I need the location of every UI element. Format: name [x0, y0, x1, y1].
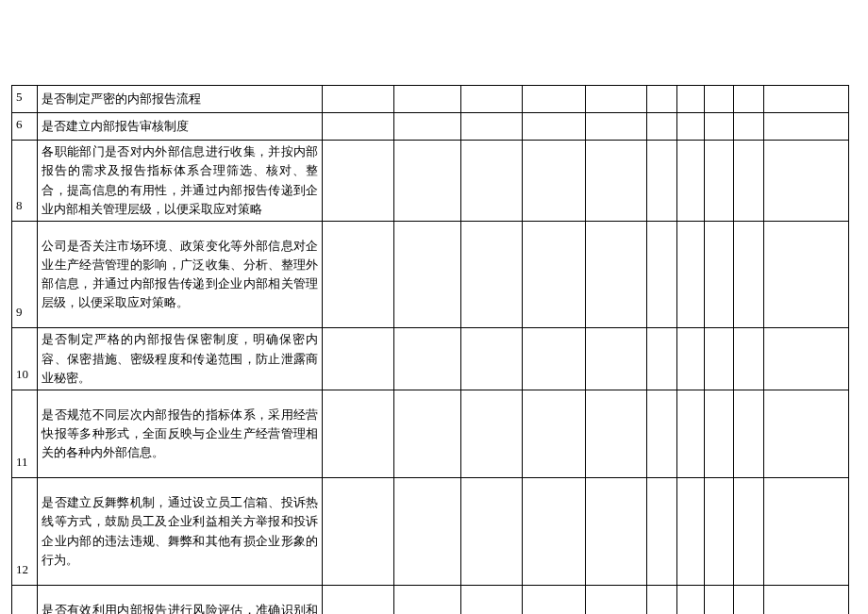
row-number: 8 — [12, 141, 38, 222]
row-description: 是否制定严格的内部报告保密制度，明确保密内容、保密措施、密级程度和传递范围，防止… — [38, 328, 323, 390]
empty-cell — [676, 86, 704, 113]
table-row: 10是否制定严格的内部报告保密制度，明确保密内容、保密措施、密级程度和传递范围，… — [12, 328, 849, 390]
empty-cell — [323, 478, 393, 586]
empty-cell — [763, 86, 848, 113]
empty-cell — [522, 86, 585, 113]
empty-cell — [676, 478, 704, 586]
table-row: 12是否建立反舞弊机制，通过设立员工信箱、投诉热线等方式，鼓励员工及企业利益相关… — [12, 478, 849, 586]
empty-cell — [763, 585, 848, 614]
empty-cell — [734, 390, 763, 477]
empty-cell — [393, 113, 460, 141]
empty-cell — [393, 86, 460, 113]
empty-cell — [323, 390, 393, 477]
empty-cell — [763, 390, 848, 477]
empty-cell — [676, 141, 704, 222]
row-description: 各职能部门是否对内外部信息进行收集，并按内部报告的需求及报告指标体系合理筛选、核… — [38, 141, 323, 222]
empty-cell — [647, 113, 676, 141]
empty-cell — [393, 585, 460, 614]
empty-cell — [323, 585, 393, 614]
empty-cell — [647, 141, 676, 222]
row-description: 是否建立内部报告审核制度 — [38, 113, 323, 141]
row-number: 13 — [12, 585, 38, 614]
row-number: 9 — [12, 221, 38, 328]
table-body: 5是否制定严密的内部报告流程6是否建立内部报告审核制度8各职能部门是否对内外部信… — [12, 86, 849, 615]
empty-cell — [763, 141, 848, 222]
empty-cell — [522, 328, 585, 390]
empty-cell — [734, 585, 763, 614]
empty-cell — [676, 585, 704, 614]
empty-cell — [734, 478, 763, 586]
row-number: 6 — [12, 113, 38, 141]
empty-cell — [704, 113, 733, 141]
empty-cell — [647, 478, 676, 586]
empty-cell — [522, 390, 585, 477]
empty-cell — [393, 141, 460, 222]
empty-cell — [586, 585, 647, 614]
row-description: 公司是否关注市场环境、政策变化等外部信息对企业生产经营管理的影响，广泛收集、分析… — [38, 221, 323, 328]
row-description: 是否建立反舞弊机制，通过设立员工信箱、投诉热线等方式，鼓励员工及企业利益相关方举… — [38, 478, 323, 586]
row-number: 11 — [12, 390, 38, 477]
empty-cell — [704, 328, 733, 390]
row-number: 5 — [12, 86, 38, 113]
empty-cell — [460, 221, 522, 328]
empty-cell — [393, 328, 460, 390]
empty-cell — [393, 478, 460, 586]
empty-cell — [647, 585, 676, 614]
empty-cell — [586, 478, 647, 586]
empty-cell — [647, 221, 676, 328]
empty-cell — [763, 328, 848, 390]
empty-cell — [586, 390, 647, 477]
empty-cell — [647, 390, 676, 477]
empty-cell — [460, 390, 522, 477]
empty-cell — [522, 585, 585, 614]
empty-cell — [586, 328, 647, 390]
checklist-table: 5是否制定严密的内部报告流程6是否建立内部报告审核制度8各职能部门是否对内外部信… — [11, 85, 849, 614]
empty-cell — [460, 113, 522, 141]
empty-cell — [734, 221, 763, 328]
empty-cell — [586, 221, 647, 328]
row-number: 12 — [12, 478, 38, 586]
empty-cell — [734, 328, 763, 390]
empty-cell — [586, 86, 647, 113]
table-row: 6是否建立内部报告审核制度 — [12, 113, 849, 141]
empty-cell — [323, 86, 393, 113]
empty-cell — [460, 328, 522, 390]
empty-cell — [460, 86, 522, 113]
table-row: 13是否有效利用内部报告进行风险评估，准确识别和系统分析企业生产经营活动中的内外… — [12, 585, 849, 614]
empty-cell — [323, 328, 393, 390]
row-number: 10 — [12, 328, 38, 390]
empty-cell — [460, 478, 522, 586]
table-row: 8各职能部门是否对内外部信息进行收集，并按内部报告的需求及报告指标体系合理筛选、… — [12, 141, 849, 222]
empty-cell — [734, 86, 763, 113]
empty-cell — [323, 113, 393, 141]
empty-cell — [734, 113, 763, 141]
empty-cell — [763, 221, 848, 328]
empty-cell — [763, 478, 848, 586]
empty-cell — [734, 141, 763, 222]
document-page: 5是否制定严密的内部报告流程6是否建立内部报告审核制度8各职能部门是否对内外部信… — [0, 0, 868, 614]
empty-cell — [676, 221, 704, 328]
empty-cell — [586, 113, 647, 141]
empty-cell — [522, 141, 585, 222]
empty-cell — [647, 86, 676, 113]
empty-cell — [460, 585, 522, 614]
row-description: 是否规范不同层次内部报告的指标体系，采用经营快报等多种形式，全面反映与企业生产经… — [38, 390, 323, 477]
empty-cell — [704, 141, 733, 222]
empty-cell — [704, 585, 733, 614]
table-row: 11是否规范不同层次内部报告的指标体系，采用经营快报等多种形式，全面反映与企业生… — [12, 390, 849, 477]
empty-cell — [704, 478, 733, 586]
empty-cell — [522, 221, 585, 328]
table-row: 9公司是否关注市场环境、政策变化等外部信息对企业生产经营管理的影响，广泛收集、分… — [12, 221, 849, 328]
empty-cell — [522, 113, 585, 141]
empty-cell — [676, 113, 704, 141]
table-row: 5是否制定严密的内部报告流程 — [12, 86, 849, 113]
empty-cell — [393, 390, 460, 477]
empty-cell — [323, 141, 393, 222]
empty-cell — [676, 390, 704, 477]
empty-cell — [460, 141, 522, 222]
empty-cell — [647, 328, 676, 390]
row-description: 是否有效利用内部报告进行风险评估，准确识别和系统分析企业生产经营活动中的内外部风… — [38, 585, 323, 614]
empty-cell — [704, 221, 733, 328]
empty-cell — [393, 221, 460, 328]
empty-cell — [522, 478, 585, 586]
